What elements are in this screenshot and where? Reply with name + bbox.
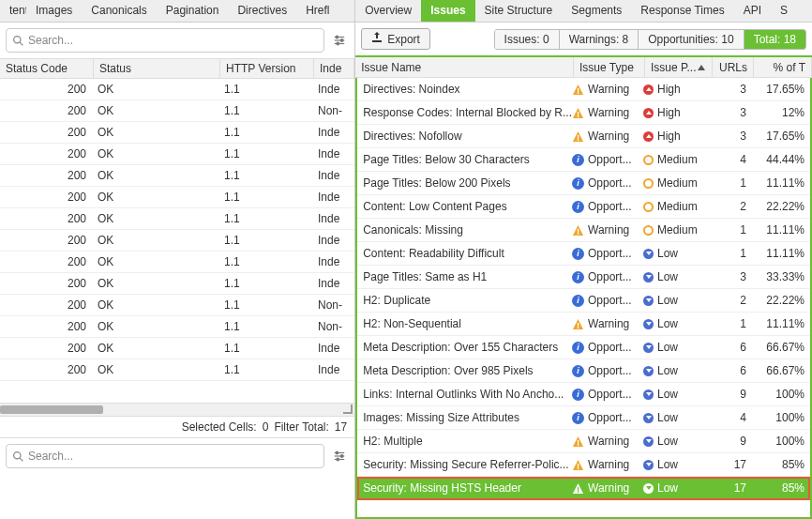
issue-pct: 44.44% xyxy=(752,153,810,166)
left-tab-directives[interactable]: Directives xyxy=(228,0,296,22)
issue-row[interactable]: Response Codes: Internal Blocked by R...… xyxy=(357,101,810,125)
issue-urls: 3 xyxy=(711,83,752,96)
search-input-2[interactable] xyxy=(24,447,318,466)
col-http[interactable]: HTTP Version xyxy=(220,59,314,78)
priority-medium-icon xyxy=(643,155,654,165)
warning-icon: ! xyxy=(572,224,584,237)
issue-priority: Medium xyxy=(657,176,698,190)
issue-name: Directives: Nofollow xyxy=(357,130,572,143)
issue-urls: 9 xyxy=(711,435,752,448)
svg-text:!: ! xyxy=(577,438,579,448)
table-row[interactable]: 200OK1.1Inde xyxy=(0,165,354,187)
issue-urls: 17 xyxy=(711,481,752,495)
issue-pct: 12% xyxy=(752,106,810,119)
warning-icon: ! xyxy=(572,84,584,96)
issue-pct: 11.11% xyxy=(752,247,810,260)
issue-row[interactable]: Page Titles: Same as H1iOpport...Low333.… xyxy=(357,266,810,289)
svg-text:!: ! xyxy=(577,133,579,143)
issue-row[interactable]: H2: Multiple!WarningLow9100% xyxy=(357,430,810,453)
table-row[interactable]: 200OK1.1Inde xyxy=(0,252,354,273)
summary-warnings[interactable]: Warnings: 8 xyxy=(560,30,639,49)
right-tab-response-times[interactable]: Response Times xyxy=(631,0,733,22)
table-row[interactable]: 200OK1.1Inde xyxy=(0,208,354,230)
h-scrollbar-thumb[interactable] xyxy=(0,405,103,414)
summary-issues[interactable]: Issues: 0 xyxy=(495,30,560,49)
search-input[interactable] xyxy=(24,31,318,50)
issue-row[interactable]: Page Titles: Below 200 PixelsiOpport...M… xyxy=(357,172,810,195)
right-tab-api[interactable]: API xyxy=(734,0,771,22)
summary-opps[interactable]: Opportunities: 10 xyxy=(639,30,744,49)
upload-icon xyxy=(371,32,383,46)
col-urls[interactable]: URLs xyxy=(713,57,754,77)
issue-priority: Low xyxy=(657,435,678,448)
table-row[interactable]: 200OK1.1Inde xyxy=(0,359,354,381)
svg-point-7 xyxy=(337,42,339,45)
issue-row[interactable]: Meta Description: Over 155 CharactersiOp… xyxy=(357,336,810,359)
table-row[interactable]: 200OK1.1Non- xyxy=(0,100,354,122)
priority-low-icon xyxy=(643,483,654,494)
table-row[interactable]: 200OK1.1Non- xyxy=(0,316,354,338)
issue-row[interactable]: Meta Description: Over 985 PixelsiOpport… xyxy=(357,359,810,383)
left-tab-images[interactable]: Images xyxy=(26,0,82,22)
left-tab-tent[interactable]: tent xyxy=(0,0,26,22)
issue-row[interactable]: Security: Missing HSTS Header!WarningLow… xyxy=(357,477,810,500)
info-icon: i xyxy=(572,342,584,354)
col-issue-type[interactable]: Issue Type xyxy=(574,57,645,77)
left-tab-canonicals[interactable]: Canonicals xyxy=(82,0,156,22)
table-row[interactable]: 200OK1.1Inde xyxy=(0,273,354,295)
right-tab-issues[interactable]: Issues xyxy=(421,0,474,22)
issue-row[interactable]: H2: Non-Sequential!WarningLow111.11% xyxy=(357,313,810,336)
svg-point-6 xyxy=(341,39,344,42)
table-row[interactable]: 200OK1.1Inde xyxy=(0,338,354,359)
priority-low-icon xyxy=(643,296,654,306)
selected-cells-label: Selected Cells: xyxy=(182,420,257,434)
issue-type: Warning xyxy=(588,130,629,143)
filter-settings-icon-2[interactable] xyxy=(330,447,349,466)
issue-row[interactable]: Page Titles: Below 30 CharactersiOpport.… xyxy=(357,148,810,172)
issue-name: Response Codes: Internal Blocked by R... xyxy=(357,106,572,119)
col-status-code[interactable]: Status Code xyxy=(0,59,94,78)
left-tab-pagination[interactable]: Pagination xyxy=(157,0,229,22)
priority-low-icon xyxy=(643,366,654,376)
col-issue-name[interactable]: Issue Name xyxy=(355,57,574,77)
svg-text:!: ! xyxy=(577,86,579,96)
issues-grid[interactable]: Directives: Noindex!WarningHigh317.65%Re… xyxy=(355,78,812,519)
right-tab-segments[interactable]: Segments xyxy=(562,0,631,22)
issue-type: Warning xyxy=(588,435,629,448)
left-grid[interactable]: 200OK1.1Inde200OK1.1Non-200OK1.1Inde200O… xyxy=(0,79,354,403)
table-row[interactable]: 200OK1.1Non- xyxy=(0,295,354,316)
table-row[interactable]: 200OK1.1Inde xyxy=(0,122,354,144)
issue-row[interactable]: Security: Missing Secure Referrer-Polic.… xyxy=(357,453,810,477)
issue-row[interactable]: Content: Low Content PagesiOpport...Medi… xyxy=(357,195,810,219)
table-row[interactable]: 200OK1.1Inde xyxy=(0,79,354,100)
issue-row[interactable]: Directives: Nofollow!WarningHigh317.65% xyxy=(357,125,810,148)
svg-text:!: ! xyxy=(577,462,579,471)
warning-icon: ! xyxy=(572,130,584,143)
export-button[interactable]: Export xyxy=(361,28,430,50)
col-pct[interactable]: % of T xyxy=(754,57,812,77)
h-scrollbar[interactable] xyxy=(0,403,354,416)
issue-row[interactable]: Canonicals: Missing!WarningMedium111.11% xyxy=(357,219,810,242)
table-row[interactable]: 200OK1.1Inde xyxy=(0,144,354,165)
issue-urls: 9 xyxy=(711,388,752,401)
table-row[interactable]: 200OK1.1Inde xyxy=(0,230,354,252)
right-tab-site-structure[interactable]: Site Structure xyxy=(475,0,563,22)
issue-urls: 1 xyxy=(711,223,752,237)
issue-row[interactable]: Images: Missing Size AttributesiOpport..… xyxy=(357,406,810,430)
issue-priority: High xyxy=(657,130,681,143)
issue-row[interactable]: Links: Internal Outlinks With No Ancho..… xyxy=(357,383,810,406)
issue-row[interactable]: H2: DuplicateiOpport...Low222.22% xyxy=(357,289,810,313)
search-field-2[interactable] xyxy=(6,444,324,468)
issue-row[interactable]: Directives: Noindex!WarningHigh317.65% xyxy=(357,78,810,101)
right-tab-overview[interactable]: Overview xyxy=(355,0,421,22)
search-field[interactable] xyxy=(6,28,324,53)
col-index[interactable]: Inde xyxy=(314,59,354,78)
left-tab-hrefl[interactable]: Hrefl xyxy=(296,0,338,22)
table-row[interactable]: 200OK1.1Inde xyxy=(0,187,354,208)
col-status[interactable]: Status xyxy=(94,59,220,78)
issue-row[interactable]: Content: Readability DifficultiOpport...… xyxy=(357,242,810,266)
filter-settings-icon[interactable] xyxy=(330,31,349,50)
col-issue-priority[interactable]: Issue P... xyxy=(645,57,713,77)
summary-total[interactable]: Total: 18 xyxy=(744,30,805,49)
right-tab-s[interactable]: S xyxy=(771,0,797,22)
